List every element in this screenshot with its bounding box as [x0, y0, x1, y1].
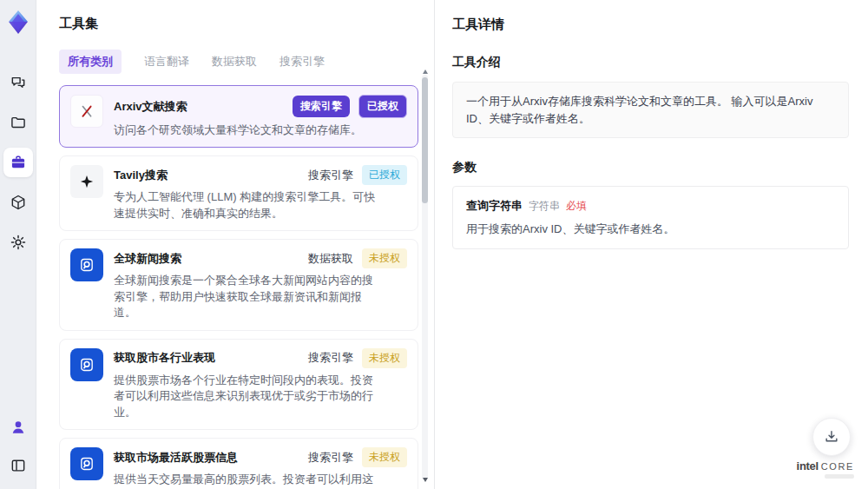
tool-list: Arxiv文献搜索 搜索引擎 已授权 访问各个研究领域大量科学论文和文章的存储库…: [59, 85, 418, 489]
tool-card-content: 获取股市各行业表现 搜索引擎 未授权 提供股票市场各个行业在特定时间段内的表现。…: [114, 348, 407, 420]
parameter-type: 字符串: [529, 199, 560, 214]
tool-card-content: 获取市场最活跃股票信息 搜索引擎 未授权 提供当天交易量最高的股票列表。投资者可…: [114, 447, 407, 489]
tools-panel: 工具集 所有类别 语言翻译 数据获取 搜索引擎 Arxiv文献搜索: [36, 0, 434, 489]
parameter-card: 查询字符串 字符串 必填 用于搜索的Arxiv ID、关键字或作者姓名。: [452, 186, 849, 249]
tool-intro-text: 一个用于从Arxiv存储库搜索科学论文和文章的工具。 输入可以是Arxiv ID…: [452, 82, 849, 138]
corner-widgets: intel core: [797, 418, 854, 479]
tool-card-global-news[interactable]: 全球新闻搜索 数据获取 未授权 全球新闻搜索是一个聚合全球各大新闻网站内容的搜索…: [59, 239, 418, 330]
tool-card-tavily[interactable]: Tavily搜索 搜索引擎 已授权 专为人工智能代理 (LLM) 构建的搜索引擎…: [59, 155, 418, 231]
intel-core-logo: intel core: [797, 459, 854, 472]
brand-intel-text: intel: [797, 459, 819, 472]
params-heading: 参数: [452, 160, 849, 175]
tavily-icon: [70, 165, 103, 198]
tool-card-active-stocks[interactable]: 获取市场最活跃股票信息 搜索引擎 未授权 提供当天交易量最高的股票列表。投资者可…: [59, 438, 418, 489]
tool-name: Arxiv文献搜索: [114, 99, 187, 115]
tool-card-content: 全球新闻搜索 数据获取 未授权 全球新闻搜索是一个聚合全球各大新闻网站内容的搜索…: [114, 248, 407, 320]
user-icon: [10, 419, 27, 436]
brand-core-text: core: [821, 461, 854, 472]
sidebar-item-tools[interactable]: [3, 148, 33, 177]
sidebar-item-chat[interactable]: [3, 68, 33, 97]
tab-data-fetch[interactable]: 数据获取: [212, 50, 257, 74]
stock-search-icon: [70, 348, 103, 381]
app-sidebar: [0, 0, 36, 489]
tool-name: Tavily搜索: [114, 168, 168, 183]
tool-card-content: Arxiv文献搜索 搜索引擎 已授权 访问各个研究领域大量科学论文和文章的存储库…: [114, 95, 407, 138]
app-logo-gem-icon: [3, 7, 34, 38]
collapse-panel-icon: [10, 457, 27, 474]
status-badge: 已授权: [362, 165, 407, 185]
folder-icon: [10, 114, 27, 131]
category-badge: 搜索引擎: [293, 96, 350, 117]
sidebar-item-user[interactable]: [3, 413, 33, 442]
sidebar-item-collapse[interactable]: [3, 451, 33, 480]
category-badge: 搜索引擎: [308, 350, 353, 366]
category-badge: 搜索引擎: [308, 450, 353, 466]
app-root: 工具集 所有类别 语言翻译 数据获取 搜索引擎 Arxiv文献搜索: [0, 0, 868, 489]
tool-name: 获取股市各行业表现: [114, 350, 215, 366]
category-badge: 搜索引擎: [308, 168, 353, 183]
sidebar-nav: [3, 68, 33, 257]
stock-search-icon: [70, 447, 103, 480]
parameter-name: 查询字符串: [466, 198, 523, 214]
sidebar-item-settings[interactable]: [3, 228, 33, 257]
tool-card-sector-performance[interactable]: 获取股市各行业表现 搜索引擎 未授权 提供股票市场各个行业在特定时间段内的表现。…: [59, 339, 418, 430]
tab-all-categories[interactable]: 所有类别: [59, 50, 122, 74]
download-icon: [823, 428, 840, 446]
sidebar-bottom: [3, 413, 33, 480]
tool-description: 提供股票市场各个行业在特定时间段内的表现。投资者可以利用这些信息来识别表现优于或…: [114, 373, 376, 420]
tab-language-translation[interactable]: 语言翻译: [144, 50, 189, 74]
sidebar-item-packages[interactable]: [3, 188, 33, 217]
details-title: 工具详情: [452, 17, 849, 33]
tool-description: 专为人工智能代理 (LLM) 构建的搜索引擎工具。可快速提供实时、准确和真实的结…: [114, 189, 376, 221]
tool-details-panel: 工具详情 工具介绍 一个用于从Arxiv存储库搜索科学论文和文章的工具。 输入可…: [434, 0, 868, 489]
news-search-icon: [70, 248, 103, 281]
parameter-required-badge: 必填: [566, 199, 587, 214]
category-badge: 数据获取: [308, 251, 353, 267]
tool-name: 获取市场最活跃股票信息: [114, 450, 238, 466]
tool-description: 全球新闻搜索是一个聚合全球各大新闻网站内容的搜索引擎，帮助用户快速获取全球最新资…: [114, 273, 376, 320]
settings-icon: [10, 234, 27, 251]
package-icon: [10, 194, 27, 211]
tool-card-arxiv[interactable]: Arxiv文献搜索 搜索引擎 已授权 访问各个研究领域大量科学论文和文章的存储库…: [59, 85, 418, 148]
status-badge: 已授权: [358, 95, 407, 118]
intro-heading: 工具介绍: [452, 55, 849, 70]
status-badge: 未授权: [362, 248, 407, 268]
page-title: 工具集: [59, 16, 434, 32]
chat-icon: [10, 74, 27, 91]
download-button[interactable]: [812, 418, 851, 456]
status-badge: 未授权: [362, 348, 407, 368]
status-badge: 未授权: [362, 447, 407, 467]
tool-card-content: Tavily搜索 搜索引擎 已授权 专为人工智能代理 (LLM) 构建的搜索引擎…: [114, 165, 407, 221]
tool-description: 访问各个研究领域大量科学论文和文章的存储库。: [114, 122, 376, 138]
parameter-description: 用于搜索的Arxiv ID、关键字或作者姓名。: [466, 221, 835, 237]
arxiv-icon: [70, 95, 103, 128]
scrollbar-down-arrow-icon[interactable]: [423, 478, 428, 482]
scrollbar-up-arrow-icon[interactable]: [423, 69, 428, 74]
sidebar-item-files[interactable]: [3, 108, 33, 137]
brand-watermark: [825, 474, 854, 479]
tool-name: 全球新闻搜索: [114, 251, 181, 267]
category-tabs: 所有类别 语言翻译 数据获取 搜索引擎: [59, 50, 434, 74]
tool-description: 提供当天交易量最高的股票列表。投资者可以利用这些信息来识别流动性强的股票和潜在的…: [114, 472, 376, 489]
list-scrollbar[interactable]: [422, 75, 428, 480]
briefcase-icon: [10, 154, 27, 171]
scrollbar-thumb[interactable]: [422, 77, 428, 203]
tab-search-engine[interactable]: 搜索引擎: [279, 50, 325, 74]
